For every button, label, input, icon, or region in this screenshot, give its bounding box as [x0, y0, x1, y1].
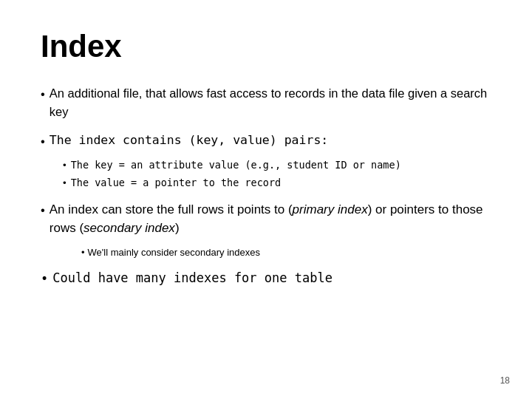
slide-content: • An additional file, that allows fast a… — [41, 84, 491, 377]
bullet-1-text: An additional file, that allows fast acc… — [50, 84, 491, 121]
bullet-3-italic1: primary index — [293, 202, 368, 216]
bullet-1: • An additional file, that allows fast a… — [41, 84, 491, 121]
sub-bullet-2: • The value = a pointer to the record — [63, 175, 491, 191]
bullet-dot-2: • — [41, 132, 45, 151]
slide-title: Index — [41, 30, 491, 64]
sub-bullet-1-text: The key = an attribute value (e.g., stud… — [71, 157, 401, 174]
sub-bullet-2-text: The value = a pointer to the record — [71, 175, 281, 191]
bullet-4: • Could have many indexes for one table — [41, 269, 491, 289]
bullet-3-italic2: secondary index — [83, 221, 175, 235]
page-number: 18 — [500, 375, 510, 386]
bullet-dot-1: • — [41, 85, 45, 103]
bullet-3-text: An index can store the full rows it poin… — [50, 200, 491, 238]
bullet-3-pre: An index can store the full rows it poin… — [50, 202, 293, 216]
bullet-dot-4: • — [41, 270, 48, 289]
bullet-4-text: Could have many indexes for one table — [52, 269, 332, 288]
sub-bullet-dot-1: • — [63, 157, 66, 174]
tiny-bullet: • We'll mainly consider secondary indexe… — [81, 245, 491, 261]
bullet-dot-3: • — [41, 201, 45, 219]
bullet-2: • The index contains (key, value) pairs: — [41, 132, 491, 151]
sub-bullet-dot-2: • — [63, 175, 66, 191]
sub-bullet-1: • The key = an attribute value (e.g., st… — [63, 157, 491, 174]
slide: Index • An additional file, that allows … — [0, 0, 532, 399]
bullet-3: • An index can store the full rows it po… — [41, 200, 491, 238]
tiny-bullet-text: We'll mainly consider secondary indexes — [88, 245, 260, 261]
tiny-bullet-dot: • — [81, 245, 85, 261]
bullet-2-text: The index contains (key, value) pairs: — [50, 132, 329, 150]
bullet-3-end: ) — [175, 221, 180, 235]
